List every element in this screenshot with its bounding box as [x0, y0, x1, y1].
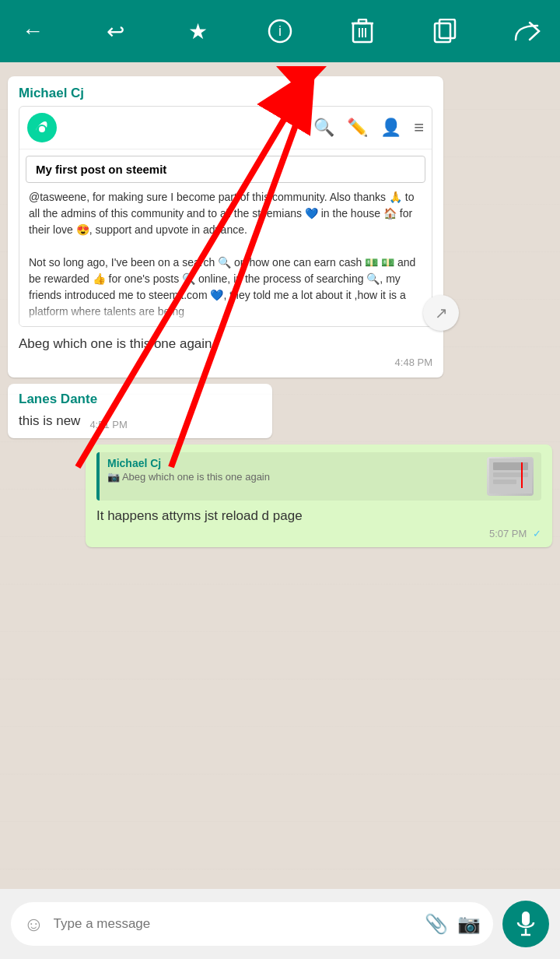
message-time-michael: 4:48 PM [19, 357, 432, 368]
copy-button[interactable] [428, 14, 462, 48]
card-title: My first post on steemit [26, 156, 425, 183]
svg-point-11 [39, 126, 45, 132]
share-button[interactable]: ↗ [423, 295, 459, 331]
sender-name-michael: Michael Cj [19, 86, 432, 101]
svg-rect-21 [522, 912, 530, 926]
delete-button[interactable] [345, 14, 380, 48]
quoted-preview-image [487, 457, 534, 496]
card-header-icons: 🔍 ✏️ 👤 ≡ [313, 118, 424, 138]
emoji-button[interactable]: ☺ [23, 912, 44, 936]
svg-text:i: i [278, 23, 282, 39]
reply-button[interactable]: ↩ [98, 14, 132, 48]
svg-rect-14 [493, 472, 528, 477]
attach-button[interactable]: 📎 [425, 913, 448, 935]
edit-icon[interactable]: ✏️ [347, 118, 368, 138]
top-toolbar: ← ↩ ★ i [0, 0, 560, 62]
quoted-text: 📷 Abeg which one is this one again [107, 471, 481, 483]
message-bubble-michael-large: Michael Cj 🔍 ✏️ 👤 ≡ My fir [8, 76, 443, 378]
input-bar: ☺ 📎 📷 [0, 889, 560, 959]
quoted-sender-name: Michael Cj [107, 457, 481, 469]
svg-rect-13 [493, 462, 528, 470]
sent-message-text: It happens attyms jst reload d page [96, 507, 541, 525]
message-text-lanes: this is new [19, 412, 80, 430]
mic-button[interactable] [502, 901, 549, 947]
steemit-card: 🔍 ✏️ 👤 ≡ My first post on steemit @taswe… [19, 106, 432, 327]
forward-button[interactable] [510, 14, 544, 48]
message-input[interactable] [54, 916, 415, 932]
message-text-michael: Abeg which one is this one again [19, 335, 432, 353]
quoted-message: Michael Cj 📷 Abeg which one is this one … [96, 452, 541, 501]
camera-button[interactable]: 📷 [457, 913, 481, 935]
search-icon[interactable]: 🔍 [313, 118, 334, 138]
menu-icon[interactable]: ≡ [414, 118, 424, 138]
card-header: 🔍 ✏️ 👤 ≡ [19, 107, 432, 149]
steemit-logo [27, 113, 57, 142]
message-input-wrap: ☺ 📎 📷 [11, 902, 493, 946]
back-button[interactable]: ← [16, 14, 50, 48]
message-bubble-lanes: Lanes Dante this is new 4:51 PM [8, 384, 272, 438]
checkmark-icon: ✓ [533, 528, 541, 539]
message-time-lanes: 4:51 PM [89, 419, 127, 430]
svg-rect-8 [435, 23, 450, 42]
star-button[interactable]: ★ [180, 14, 215, 48]
svg-rect-15 [493, 480, 516, 484]
info-button[interactable]: i [263, 14, 297, 48]
message-bubble-sent: Michael Cj 📷 Abeg which one is this one … [86, 444, 552, 548]
chat-area: Michael Cj 🔍 ✏️ 👤 ≡ My fir [0, 62, 560, 889]
profile-icon[interactable]: 👤 [380, 118, 401, 138]
camera-icon-quote: 📷 [107, 471, 120, 483]
sent-message-time: 5:07 PM ✓ [96, 528, 541, 539]
card-body: @tasweene, for making sure I become part… [19, 189, 432, 326]
svg-rect-9 [439, 19, 455, 38]
svg-rect-4 [359, 19, 366, 23]
sender-name-lanes: Lanes Dante [19, 392, 261, 407]
